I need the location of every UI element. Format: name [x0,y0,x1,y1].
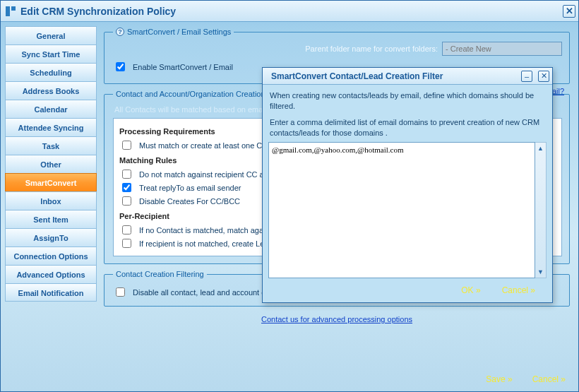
modal-close-button[interactable]: ✕ [538,71,549,82]
disable-cc-checkbox[interactable] [122,196,131,206]
enable-smartconvert-checkbox[interactable] [116,62,125,71]
modal-desc-2: Enter a comma delimited list of email do… [263,112,552,138]
app-logo-icon [5,6,16,17]
replyto-checkbox[interactable] [122,183,131,192]
smartconvert-legend-text: SmartConvert / Email Settings [127,28,231,36]
sidebar-item-address-books[interactable]: Address Books [5,81,97,100]
sidebar-item-email-notification[interactable]: Email Notification [5,283,97,302]
smartconvert-settings-legend: ? SmartConvert / Email Settings [113,28,234,36]
help-icon[interactable]: ? [116,28,124,36]
svg-rect-0 [6,6,10,16]
sidebar-item-other[interactable]: Other [5,155,97,173]
sidebar-item-task[interactable]: Task [5,136,97,155]
main-window: Edit CRM Synchronization Policy ✕ Genera… [0,0,579,392]
modal-textarea-wrap: ▲ ▼ [263,138,552,278]
footer-actions: Save » Cancel » [486,374,566,384]
scroll-down-icon[interactable]: ▼ [535,266,546,278]
domain-filter-textarea[interactable] [268,142,535,278]
modal-actions: OK » Cancel » [263,278,552,302]
if-recipient-label: If recipient is not matched, create Lead [139,239,273,248]
disable-all-checkbox[interactable] [116,287,125,297]
modal-title: SmartConvert Contact/Lead Creation Filte… [271,71,515,81]
replyto-label: Treat replyTo as email sender [139,184,241,192]
close-icon: ✕ [541,71,547,81]
modal-titlebar: SmartConvert Contact/Lead Creation Filte… [263,68,552,85]
modal-cancel-button[interactable]: Cancel » [502,285,535,295]
disable-cc-label: Disable Creates For CC/BCC [139,197,240,206]
sidebar-item-connection-options[interactable]: Connection Options [5,247,97,265]
titlebar: Edit CRM Synchronization Policy ✕ [1,1,578,22]
creation-legend: Contact and Account/Organization Creatio… [113,90,268,98]
sidebar-item-assignto[interactable]: AssignTo [5,228,97,247]
sidebar-item-general[interactable]: General [5,26,97,44]
modal-minimize-button[interactable]: – [521,71,532,82]
must-match-checkbox[interactable] [122,141,131,150]
close-icon: ✕ [566,6,573,16]
parent-folder-input[interactable] [442,42,562,56]
minimize-icon: – [525,72,529,81]
no-cc-checkbox[interactable] [122,170,131,179]
sidebar-item-smartconvert[interactable]: SmartConvert [5,173,97,191]
filtering-legend: Contact Creation Filtering [113,270,207,278]
parent-folder-row: Parent folder name for convert folders: [113,42,562,56]
svg-rect-1 [11,6,16,11]
parent-folder-label: Parent folder name for convert folders: [305,44,438,53]
textarea-scrollbar[interactable]: ▲ ▼ [535,142,547,278]
sidebar-item-scheduling[interactable]: Scheduling [5,63,97,81]
sidebar-item-sync-start-time[interactable]: Sync Start Time [5,44,97,63]
sidebar-item-inbox[interactable]: Inbox [5,191,97,210]
save-button[interactable]: Save » [486,374,512,384]
cancel-button[interactable]: Cancel » [532,374,566,384]
sidebar-item-attendee-syncing[interactable]: Attendee Syncing [5,118,97,136]
scroll-up-icon[interactable]: ▲ [535,143,546,154]
contact-us-link[interactable]: Contact us for advanced processing optio… [261,315,412,323]
filter-modal: SmartConvert Contact/Lead Creation Filte… [262,67,553,303]
sidebar: General Sync Start Time Scheduling Addre… [1,22,100,391]
contact-us-row: Contact us for advanced processing optio… [104,312,570,325]
modal-desc-1: When creating new contacts/leads by emai… [263,85,552,112]
sidebar-item-sent-item[interactable]: Sent Item [5,210,97,228]
window-close-button[interactable]: ✕ [563,5,575,18]
sidebar-item-advanced-options[interactable]: Advanced Options [5,265,97,283]
enable-smartconvert-label: Enable SmartConvert / Email [133,63,233,71]
modal-ok-button[interactable]: OK » [461,285,480,295]
if-no-contact-checkbox[interactable] [122,225,131,234]
if-recipient-checkbox[interactable] [122,239,131,248]
window-title: Edit CRM Synchronization Policy [20,6,563,17]
sidebar-item-calendar[interactable]: Calendar [5,100,97,118]
